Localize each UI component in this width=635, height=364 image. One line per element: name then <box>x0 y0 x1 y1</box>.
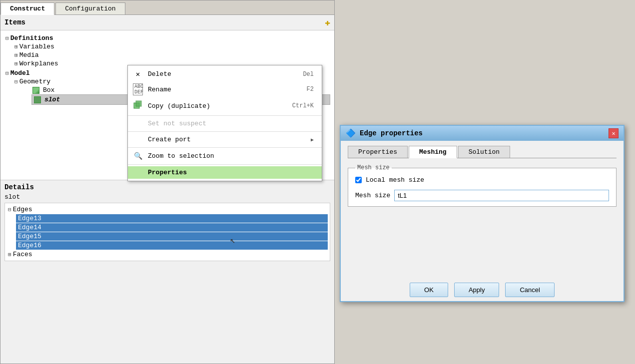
ctx-properties[interactable]: Properties <box>128 166 322 179</box>
detail-edge14[interactable]: Edge14 <box>16 223 328 232</box>
ctx-create-port[interactable]: Create port ▶ <box>128 133 322 146</box>
details-edges-label: Edges <box>13 206 32 213</box>
ctx-copy-label: Copy (duplicate) <box>148 102 210 110</box>
ctx-create-port-label: Create port <box>148 136 191 143</box>
details-title: Details <box>4 183 330 191</box>
ctx-divider-3 <box>128 147 322 148</box>
slot-icon <box>34 96 41 103</box>
items-header: Items ✚ <box>0 15 334 30</box>
ctx-copy[interactable]: Copy (duplicate) Ctrl+K <box>128 98 322 114</box>
ctx-divider-1 <box>128 115 322 116</box>
label-variables: Variables <box>19 43 54 50</box>
delete-icon: ✕ <box>133 70 143 78</box>
label-workplanes: Workplanes <box>19 60 58 67</box>
details-faces-row[interactable]: ⊞ Faces <box>7 250 328 259</box>
ctx-rename-label: Rename <box>148 86 171 93</box>
submenu-arrow-icon: ▶ <box>311 137 314 143</box>
add-item-button[interactable]: ✚ <box>325 17 330 28</box>
ctx-divider-2 <box>128 131 322 132</box>
edge-properties-dialog: 🔷 Edge properties ✕ Properties Meshing S… <box>340 125 625 302</box>
zoom-icon: 🔍 <box>133 152 143 160</box>
label-slot: slot <box>44 96 60 103</box>
mesh-size-fieldset: Mesh size Local mesh size Mesh size <box>348 164 617 207</box>
expand-model[interactable]: ⊟ <box>5 70 9 76</box>
label-geometry: Geometry <box>19 78 50 85</box>
ctx-copy-shortcut: Ctrl+K <box>292 102 314 109</box>
dialog-close-button[interactable]: ✕ <box>609 128 619 138</box>
detail-edge15[interactable]: Edge15 <box>16 232 328 241</box>
tab-meshing[interactable]: Meshing <box>409 146 457 158</box>
dialog-tabs: Properties Meshing Solution <box>348 146 617 158</box>
dialog-title-icon: 🔷 <box>346 128 356 138</box>
dialog-titlebar: 🔷 Edge properties ✕ <box>341 126 624 141</box>
detail-edge13[interactable]: Edge13 <box>16 214 328 223</box>
tree-node-variables[interactable]: ⊞ Variables <box>13 42 330 51</box>
tree-node-definitions: ⊟ Definitions ⊞ Variables ⊞ Media ⊞ Work… <box>4 33 330 68</box>
label-definitions: Definitions <box>10 34 53 42</box>
ctx-set-not-suspect-label: Set not suspect <box>148 120 206 127</box>
mesh-size-input-row: Mesh size <box>355 190 609 201</box>
dialog-spacer <box>348 212 617 272</box>
context-menu: ✕ Delete Del ABCDEF Rename F2 Copy (dupl… <box>127 65 322 181</box>
label-box: Box <box>43 86 54 94</box>
mesh-size-legend: Mesh size <box>355 164 392 171</box>
label-media: Media <box>19 51 39 59</box>
tab-configuration[interactable]: Configuration <box>55 2 125 14</box>
items-title: Items <box>4 18 25 26</box>
main-panel: Construct Configuration Items ✚ ⊟ Defini… <box>0 0 335 364</box>
mesh-size-input[interactable] <box>394 190 609 201</box>
ctx-delete-shortcut: Del <box>303 71 314 78</box>
ctx-set-not-suspect: Set not suspect <box>128 117 322 130</box>
details-edges-row[interactable]: ⊟ Edges <box>7 205 328 214</box>
details-tree: ⊟ Edges Edge13 Edge14 Edge15 Edge16 ⊞ Fa… <box>4 203 330 261</box>
ctx-delete[interactable]: ✕ Delete Del <box>128 67 322 81</box>
copy-icon <box>133 100 143 111</box>
tree-node-media[interactable]: ⊞ Media <box>13 51 330 59</box>
tab-properties[interactable]: Properties <box>348 146 408 158</box>
ctx-delete-label: Delete <box>148 70 171 78</box>
dialog-buttons: OK Apply Cancel <box>341 277 624 301</box>
ctx-properties-label: Properties <box>148 169 187 176</box>
details-name: slot <box>4 193 330 201</box>
ctx-rename[interactable]: ABCDEF Rename F2 <box>128 81 322 98</box>
local-mesh-label: Local mesh size <box>366 176 424 184</box>
tab-construct[interactable]: Construct <box>0 2 54 15</box>
ctx-divider-4 <box>128 164 322 165</box>
ctx-zoom[interactable]: 🔍 Zoom to selection <box>128 149 322 163</box>
expand-definitions[interactable]: ⊟ <box>5 35 9 41</box>
details-section: Details slot ⊟ Edges Edge13 Edge14 Edge1… <box>0 180 334 264</box>
dialog-body: Properties Meshing Solution Mesh size Lo… <box>341 141 624 277</box>
box-icon <box>32 87 39 94</box>
details-faces-label: Faces <box>13 251 32 258</box>
apply-button[interactable]: Apply <box>454 283 500 297</box>
rename-icon: ABCDEF <box>133 83 143 95</box>
ctx-zoom-label: Zoom to selection <box>148 152 214 160</box>
local-mesh-checkbox[interactable] <box>355 177 362 183</box>
ctx-rename-shortcut: F2 <box>307 86 314 93</box>
svg-rect-1 <box>136 101 141 106</box>
mesh-size-label: Mesh size <box>355 192 390 199</box>
cancel-button[interactable]: Cancel <box>505 283 554 297</box>
detail-edge16[interactable]: Edge16 <box>16 241 328 250</box>
dialog-title-text: Edge properties <box>360 129 423 137</box>
tab-bar: Construct Configuration <box>0 0 334 15</box>
label-model: Model <box>10 69 30 77</box>
local-mesh-size-row: Local mesh size <box>355 176 609 184</box>
ok-button[interactable]: OK <box>410 283 448 297</box>
tab-solution[interactable]: Solution <box>458 146 510 158</box>
